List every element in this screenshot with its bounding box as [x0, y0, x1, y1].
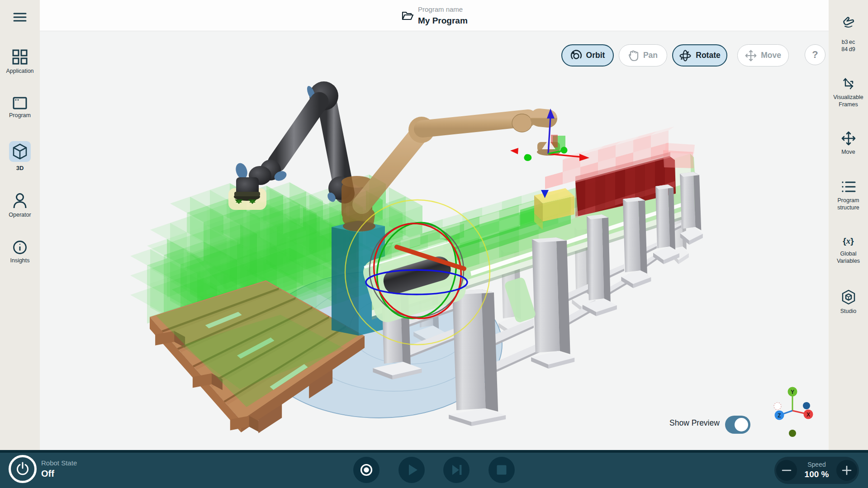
svg-text:Y: Y — [791, 389, 794, 395]
svg-text:Z: Z — [778, 412, 781, 419]
svg-text:X: X — [806, 412, 810, 418]
